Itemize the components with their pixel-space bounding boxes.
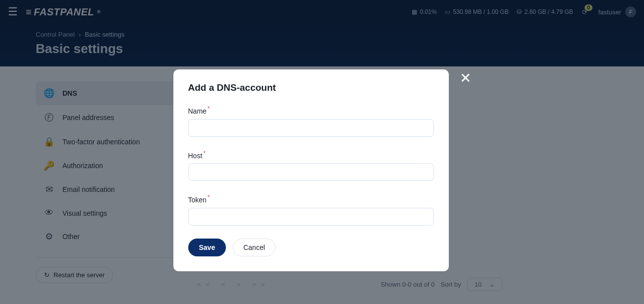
save-button[interactable]: Save: [188, 239, 226, 256]
name-label: Name*: [188, 105, 434, 115]
name-input[interactable]: [188, 119, 434, 137]
close-icon[interactable]: ✕: [460, 71, 471, 85]
modal-actions: Save Cancel: [188, 239, 434, 256]
form-group-token: Token*: [188, 194, 434, 226]
host-input[interactable]: [188, 163, 434, 181]
form-group-host: Host*: [188, 150, 434, 182]
modal-overlay: Add a DNS-account Name* Host* Token*: [0, 0, 644, 304]
token-label: Token*: [188, 194, 434, 204]
token-input[interactable]: [188, 208, 434, 226]
add-dns-account-modal: Add a DNS-account Name* Host* Token*: [173, 69, 449, 271]
modal-title: Add a DNS-account: [188, 82, 434, 93]
form-group-name: Name*: [188, 105, 434, 137]
cancel-button[interactable]: Cancel: [233, 239, 275, 256]
host-label: Host*: [188, 150, 434, 160]
